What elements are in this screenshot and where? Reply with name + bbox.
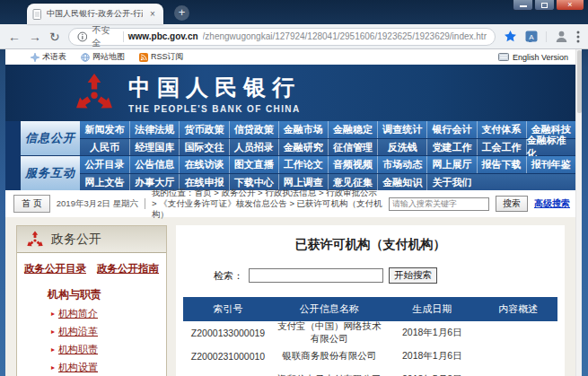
menu-kebab-icon[interactable] (576, 31, 580, 43)
sidebar-item-label: 机构沿革 (58, 325, 98, 338)
nav-item[interactable]: 金融知识 (377, 174, 426, 190)
nav-item[interactable]: 人民币 (80, 139, 129, 155)
sidebar-item-label: 机构简介 (58, 307, 98, 320)
svg-text:A: A (529, 32, 534, 40)
bank-name-cn: 中国人民银行 (128, 73, 301, 102)
table-header-row: 索引号 公开信息名称 生成日期 内容概述 (183, 297, 557, 321)
list-search-input[interactable] (249, 268, 383, 283)
rss-icon (139, 53, 148, 62)
scrollbar-track[interactable] (575, 49, 582, 376)
security-label: 不安全 (92, 24, 118, 49)
sidebar-link-catalog[interactable]: 政务公开目录 (24, 262, 86, 275)
nav-item[interactable]: 在线访谈 (179, 156, 228, 173)
back-button[interactable] (8, 31, 21, 43)
avatar-icon[interactable] (555, 30, 568, 43)
sidebar-top-links: 政务公开目录 政务公开指南 (17, 253, 166, 280)
nav-item[interactable]: 报告下载 (477, 156, 526, 173)
cell-index-number: Z2000231000010 (183, 351, 273, 362)
nav-item[interactable]: 经理国库 (129, 139, 179, 155)
sidebar-item[interactable]: 机构职责 (51, 343, 166, 356)
address-bar[interactable]: 不安全 www.pbc.gov.cn /zhengwugongkai/12792… (68, 28, 496, 46)
url-host: www.pbc.gov.cn (128, 31, 198, 41)
sidebar-item[interactable]: 机构设置 (51, 361, 166, 374)
table-header-cell: 索引号 (183, 302, 273, 316)
toolbar-divider (546, 31, 547, 42)
nav-item[interactable]: 征信管理 (328, 139, 377, 155)
site-search-button[interactable]: 搜索 (496, 196, 528, 212)
breadcrumb-bar: 首 页 2019年3月2日 星期六 我的位置：首页 > 政务公开 > 行政执法信… (5, 190, 575, 217)
tab-close-icon[interactable] (147, 9, 158, 20)
table-header-cell: 公开信息名称 (273, 302, 385, 316)
table-row[interactable]: Z2000231000010 银联商务股份有限公司 2018年1月6日 (183, 345, 557, 368)
nav-item[interactable]: 网上展厅 (426, 156, 476, 173)
nav-row: 人民币经理国库国际交往人员招录金融研究征信管理反洗钱党建工作工会工作金融标准化 (80, 138, 575, 155)
sidebar-section-items: 机构简介 机构沿革 机构职责 (17, 307, 166, 374)
english-version-label: English Version (513, 53, 568, 62)
nav-item[interactable]: 金融稳定 (328, 121, 377, 138)
table-row[interactable]: Z2000133000019 支付宝（中国）网络技术有限公司 2018年1月6日 (183, 321, 557, 345)
nav-item[interactable]: 金融市场 (278, 121, 328, 138)
breadcrumb-trail[interactable]: 我的位置：首页 > 政务公开 > 行政执法信息 > 行政审批公示 > 《支付业务… (152, 188, 382, 220)
nav-item[interactable]: 反洗钱 (377, 139, 426, 155)
globe-icon (81, 53, 90, 62)
minimize-button[interactable] (513, 0, 533, 11)
tab-title: 中国人民银行-政务公开-行政执 (47, 8, 143, 20)
bookmark-star-icon[interactable] (504, 30, 517, 43)
nav-item[interactable]: 关于我们 (426, 174, 476, 190)
start-search-button[interactable]: 开始搜索 (389, 267, 437, 284)
nav-item[interactable]: 图文直播 (229, 156, 278, 173)
scrollbar-thumb[interactable] (577, 50, 582, 113)
reload-button[interactable] (49, 31, 60, 43)
table-row[interactable]: Z2000311000013 资和信电子支付有限公司 2018年5月3日 (183, 368, 557, 376)
nav-item[interactable]: 法律法规 (129, 121, 179, 138)
nav-item[interactable]: 党建工作 (426, 139, 476, 155)
rss-link[interactable]: RSS订阅 (139, 51, 184, 63)
nav-item[interactable]: 公告信息 (129, 156, 179, 173)
main-panel: 已获许可机构（支付机构） 检索： 开始搜索 索引号 公开信息名称 生成日期 内容… (176, 225, 565, 376)
advanced-search-link[interactable]: 高级搜索 (534, 197, 570, 210)
nav-item[interactable]: 报刊年鉴 (526, 156, 575, 173)
nav-item[interactable]: 支付体系 (477, 121, 526, 138)
omnibox-divider (123, 31, 124, 42)
sidebar-item[interactable]: 机构沿革 (51, 325, 166, 338)
cell-org-name[interactable]: 支付宝（中国）网络技术有限公司 (273, 320, 385, 345)
cell-org-name[interactable]: 银联商务股份有限公司 (273, 350, 385, 363)
nav-item[interactable]: 工作论文 (278, 156, 328, 173)
maximize-button[interactable] (534, 0, 555, 11)
nav-section-info-disclosure[interactable]: 信息公开 (21, 121, 80, 155)
nav-item[interactable]: 网上文告 (80, 174, 129, 190)
titlebar: 中国人民银行-政务公开-行政执 (0, 0, 588, 24)
nav-item[interactable]: 人员招录 (229, 139, 278, 155)
pbc-logo-small-icon (26, 231, 44, 249)
nav-item[interactable]: 公开目录 (80, 156, 129, 173)
nav-item[interactable]: 金融标准化 (526, 139, 575, 155)
site-search-input[interactable] (389, 197, 489, 211)
translate-icon[interactable]: A (525, 31, 538, 43)
info-icon[interactable] (77, 31, 88, 42)
forward-button[interactable] (29, 31, 41, 43)
sidebar-item[interactable]: 机构简介 (51, 307, 166, 320)
browser-tab[interactable]: 中国人民银行-政务公开-行政执 (27, 4, 163, 24)
nav-item[interactable]: 信贷政策 (229, 121, 278, 138)
english-version-link[interactable]: English Version (498, 53, 568, 62)
sidebar-link-guide[interactable]: 政务公开指南 (97, 262, 159, 275)
sitemap-link[interactable]: 网站地图 (81, 51, 125, 63)
nav-item[interactable]: 国际交往 (179, 139, 228, 155)
nav-item[interactable]: 调查统计 (377, 121, 426, 138)
nav-section-service-interaction[interactable]: 服务互动 (21, 156, 80, 190)
new-tab-button[interactable] (174, 5, 189, 21)
glossary-link[interactable]: 术语表 (31, 51, 66, 63)
nav-item[interactable]: 工会工作 (477, 139, 526, 155)
nav-item[interactable]: 银行会计 (426, 121, 476, 138)
nav-item[interactable]: 市场动态 (377, 156, 426, 173)
sidebar-header: 政务公开 (17, 226, 166, 253)
nav-item[interactable]: 音频视频 (328, 156, 377, 173)
table-header-cell: 内容概述 (478, 302, 557, 316)
bullet-triangle-icon (51, 363, 55, 372)
nav-item[interactable]: 货币政策 (179, 121, 228, 138)
close-button[interactable] (556, 0, 584, 11)
browser-toolbar: 不安全 www.pbc.gov.cn /zhengwugongkai/12792… (0, 24, 588, 49)
nav-item[interactable]: 新闻发布 (80, 121, 129, 138)
home-button[interactable]: 首 页 (13, 195, 50, 213)
nav-item[interactable]: 金融研究 (278, 139, 328, 155)
